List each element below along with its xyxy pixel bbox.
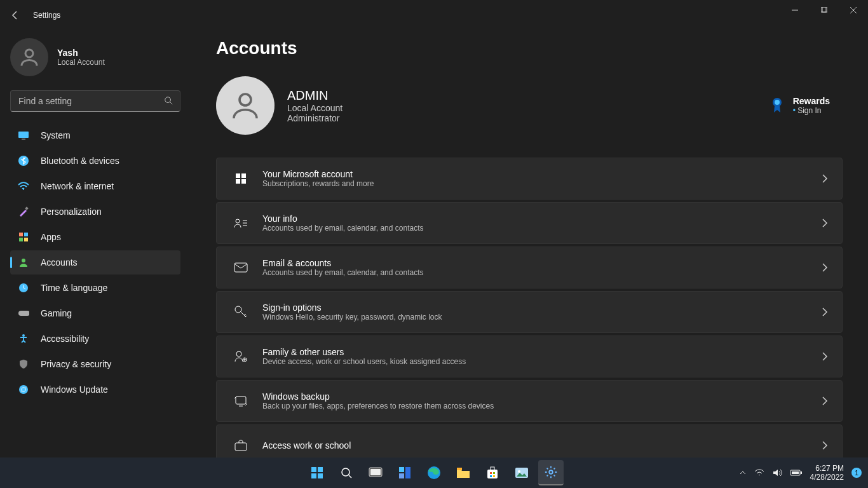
start-button[interactable] — [304, 460, 330, 485]
card-title: Family & other users — [262, 347, 466, 357]
account-avatar[interactable] — [216, 76, 275, 135]
account-type: Local Account — [287, 103, 342, 113]
nav-item-apps[interactable]: Apps — [10, 225, 180, 249]
svg-rect-24 — [241, 179, 246, 184]
file-explorer-icon[interactable] — [451, 460, 476, 485]
chevron-right-icon — [822, 441, 828, 450]
svg-rect-40 — [405, 467, 410, 478]
nav-label: Accounts — [41, 257, 78, 268]
nav-item-privacy-security[interactable]: Privacy & security — [10, 352, 180, 376]
backup-icon — [231, 395, 251, 407]
ms-store-icon[interactable] — [480, 460, 505, 485]
settings-card-your-info[interactable]: Your infoAccounts used by email, calenda… — [216, 202, 843, 244]
settings-card-windows-backup[interactable]: Windows backupBack up your files, apps, … — [216, 380, 843, 422]
taskbar-search-icon[interactable] — [334, 460, 359, 485]
user-type: Local Account — [57, 58, 105, 67]
nav-label: Apps — [41, 232, 61, 242]
svg-rect-33 — [318, 467, 323, 472]
brush-icon — [18, 206, 29, 217]
bluetooth-icon — [18, 155, 29, 166]
nav-label: Bluetooth & devices — [41, 156, 119, 166]
settings-card-email-accounts[interactable]: Email & accountsAccounts used by email, … — [216, 247, 843, 288]
photos-icon[interactable] — [509, 460, 534, 485]
svg-rect-4 — [18, 132, 29, 138]
nav-item-bluetooth-devices[interactable]: Bluetooth & devices — [10, 149, 180, 173]
search-input[interactable] — [10, 90, 180, 112]
card-subtitle: Accounts used by email, calendar, and co… — [262, 268, 423, 277]
wifi-tray-icon[interactable] — [754, 468, 764, 477]
svg-point-25 — [236, 219, 240, 223]
person-icon — [18, 257, 29, 268]
card-title: Sign-in options — [262, 302, 442, 313]
nav-item-network-internet[interactable]: Network & internet — [10, 174, 180, 198]
svg-rect-21 — [236, 173, 240, 178]
search-field[interactable] — [10, 90, 180, 112]
svg-rect-11 — [19, 238, 23, 241]
minimize-button[interactable] — [780, 0, 810, 20]
rewards-icon — [770, 97, 784, 114]
settings-taskbar-icon[interactable] — [538, 460, 564, 485]
svg-point-16 — [22, 334, 25, 337]
widgets-icon[interactable] — [392, 460, 417, 485]
svg-rect-43 — [457, 468, 462, 470]
svg-point-36 — [342, 468, 349, 476]
svg-point-2 — [25, 50, 33, 57]
nav-item-windows-update[interactable]: Windows Update — [10, 377, 180, 402]
svg-point-20 — [775, 100, 780, 105]
taskbar: 6:27 PM 4/28/2022 1 — [0, 458, 868, 488]
close-button[interactable] — [839, 0, 868, 20]
current-user-block[interactable]: Yash Local Account — [10, 38, 180, 76]
search-icon — [164, 96, 173, 105]
settings-card-family-other-users[interactable]: Family & other usersDevice access, work … — [216, 336, 843, 377]
nav-item-personalization[interactable]: Personalization — [10, 200, 180, 224]
svg-rect-22 — [241, 173, 246, 178]
settings-card-list: Your Microsoft accountSubscriptions, rew… — [216, 158, 843, 458]
svg-rect-39 — [399, 467, 404, 472]
card-title: Email & accounts — [262, 258, 423, 268]
svg-rect-26 — [234, 263, 247, 272]
user-name: Yash — [57, 48, 105, 58]
avatar — [10, 38, 48, 76]
svg-rect-1 — [822, 7, 827, 12]
nav-item-accounts[interactable]: Accounts — [10, 250, 180, 274]
nav-item-system[interactable]: System — [10, 123, 180, 147]
chevron-right-icon — [822, 219, 828, 227]
svg-rect-44 — [487, 470, 498, 478]
tray-clock[interactable]: 6:27 PM 4/28/2022 — [810, 464, 844, 482]
nav-item-accessibility[interactable]: Accessibility — [10, 327, 180, 351]
edge-icon[interactable] — [421, 460, 447, 485]
nav-label: Privacy & security — [41, 359, 111, 369]
rewards-block[interactable]: Rewards Sign In — [770, 96, 843, 115]
account-name: ADMIN — [287, 88, 342, 103]
maximize-button[interactable] — [810, 0, 839, 20]
volume-tray-icon[interactable] — [772, 468, 782, 477]
nav-item-time-language[interactable]: Time & language — [10, 276, 180, 300]
svg-point-17 — [19, 385, 28, 394]
task-view-icon[interactable] — [363, 460, 388, 485]
svg-rect-54 — [792, 471, 799, 474]
settings-card-sign-in-options[interactable]: Sign-in optionsWindows Hello, security k… — [216, 291, 843, 333]
svg-point-13 — [22, 259, 25, 262]
card-title: Windows backup — [262, 391, 494, 402]
person-list-icon — [231, 217, 251, 229]
rewards-title: Rewards — [793, 96, 830, 106]
rewards-signin: Sign In — [793, 106, 830, 115]
page-title: Accounts — [216, 38, 843, 58]
battery-tray-icon[interactable] — [790, 469, 803, 477]
settings-card-your-microsoft-account[interactable]: Your Microsoft accountSubscriptions, rew… — [216, 158, 843, 200]
nav-label: Personalization — [41, 207, 102, 217]
tray-overflow-icon[interactable] — [739, 469, 747, 477]
settings-card-access-work-or-school[interactable]: Access work or school — [216, 424, 843, 458]
back-button[interactable] — [5, 5, 25, 25]
svg-rect-55 — [801, 471, 802, 474]
card-title: Your info — [262, 214, 423, 224]
nav-item-gaming[interactable]: Gaming — [10, 301, 180, 325]
card-subtitle: Subscriptions, rewards and more — [262, 179, 374, 188]
nav-label: Windows Update — [41, 384, 108, 395]
svg-point-52 — [549, 470, 553, 474]
chevron-right-icon — [822, 396, 828, 405]
taskbar-pinned-apps — [304, 460, 564, 485]
notification-badge[interactable]: 1 — [851, 468, 862, 478]
accessibility-icon — [18, 333, 29, 344]
chevron-right-icon — [822, 174, 828, 183]
